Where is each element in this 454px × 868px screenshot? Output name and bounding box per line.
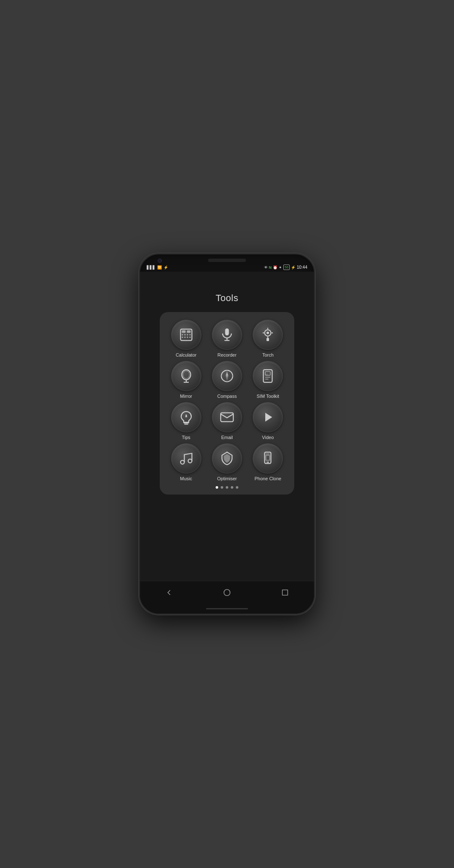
recorder-label: Recorder: [217, 352, 236, 357]
email-icon: [212, 402, 242, 432]
torch-icon: [253, 320, 283, 350]
svg-rect-6: [189, 334, 190, 336]
app-phone-clone[interactable]: Phone Clone: [248, 443, 288, 481]
phone-bottom: [140, 603, 314, 614]
status-right: 👁 N ⏰ ✦ 56 ⚡ 10:44: [264, 265, 307, 270]
optimiser-label: Optimiser: [217, 476, 237, 481]
usb-icon: ⚡: [164, 265, 168, 270]
calculator-icon: [171, 320, 201, 350]
app-email[interactable]: Email: [207, 402, 246, 440]
app-sim-toolkit[interactable]: 5G SIM Toolkit: [248, 361, 288, 399]
bottom-bar: [206, 608, 248, 609]
battery-indicator: 56: [283, 265, 290, 270]
music-label: Music: [180, 476, 192, 481]
wifi-icon: 🛜: [157, 265, 162, 270]
optimiser-icon: [212, 443, 242, 474]
folder-container: Calculator Recorder: [160, 312, 294, 495]
phone-clone-icon: [253, 443, 283, 474]
app-music[interactable]: Music: [166, 443, 206, 481]
battery-level: 56: [285, 265, 288, 269]
svg-text:5G: 5G: [265, 373, 268, 376]
video-icon: [253, 402, 283, 432]
eye-icon: 👁: [264, 265, 268, 270]
time-display: 10:44: [297, 265, 307, 270]
svg-rect-38: [221, 413, 233, 422]
bluetooth-icon: ✦: [279, 265, 282, 270]
app-recorder[interactable]: Recorder: [207, 320, 246, 357]
svg-rect-20: [267, 338, 269, 341]
recorder-icon: [212, 320, 242, 350]
app-tips[interactable]: Tips: [166, 402, 206, 440]
recents-button[interactable]: [277, 585, 293, 600]
app-torch[interactable]: Torch: [248, 320, 288, 357]
svg-rect-47: [282, 590, 288, 595]
compass-label: Compass: [217, 394, 237, 399]
app-video[interactable]: Video: [248, 402, 288, 440]
sim-toolkit-icon: 5G: [253, 361, 283, 391]
phone-clone-label: Phone Clone: [255, 476, 282, 481]
page-dot-2[interactable]: [221, 486, 223, 489]
home-button[interactable]: [219, 585, 235, 600]
page-title: Tools: [216, 293, 238, 304]
torch-label: Torch: [262, 352, 274, 357]
svg-rect-1: [182, 331, 185, 333]
sim-toolkit-label: SIM Toolkit: [257, 394, 280, 399]
svg-point-41: [188, 459, 192, 463]
status-bar: ▋▋▋ 🛜 ⚡ 👁 N ⏰ ✦ 56 ⚡ 10:44: [140, 264, 314, 272]
svg-rect-10: [189, 337, 190, 338]
compass-icon: [212, 361, 242, 391]
page-dot-4[interactable]: [231, 486, 233, 489]
volume-button[interactable]: [139, 339, 140, 360]
back-button[interactable]: [161, 585, 177, 600]
svg-rect-3: [182, 334, 183, 336]
power-button[interactable]: [314, 339, 315, 351]
music-icon: [171, 443, 201, 474]
mirror-icon: [171, 361, 201, 391]
signal-icon: ▋▋▋: [147, 265, 156, 270]
volume-down-button[interactable]: [314, 357, 315, 370]
apps-grid: Calculator Recorder: [166, 320, 288, 481]
svg-rect-8: [184, 337, 185, 338]
mirror-label: Mirror: [180, 394, 192, 399]
app-mirror[interactable]: Mirror: [166, 361, 206, 399]
svg-point-15: [267, 332, 269, 334]
tips-label: Tips: [182, 435, 190, 440]
svg-rect-7: [182, 337, 183, 338]
calculator-label: Calculator: [176, 352, 197, 357]
svg-rect-5: [187, 334, 188, 336]
svg-point-46: [224, 589, 230, 595]
app-compass[interactable]: Compass: [207, 361, 246, 399]
svg-rect-45: [266, 455, 270, 460]
n-icon: N: [269, 265, 272, 270]
alarm-icon: ⏰: [273, 265, 277, 270]
speaker-grille: [208, 259, 246, 262]
page-dot-1[interactable]: [216, 486, 218, 489]
page-dots: [166, 486, 288, 489]
page-dot-3[interactable]: [226, 486, 228, 489]
svg-rect-11: [225, 328, 229, 336]
app-calculator[interactable]: Calculator: [166, 320, 206, 357]
status-left: ▋▋▋ 🛜 ⚡: [147, 265, 168, 270]
svg-point-22: [183, 371, 189, 378]
svg-marker-39: [265, 413, 272, 422]
video-label: Video: [262, 435, 274, 440]
app-optimiser[interactable]: Optimiser: [207, 443, 246, 481]
svg-rect-2: [187, 331, 190, 333]
phone-frame: ▋▋▋ 🛜 ⚡ 👁 N ⏰ ✦ 56 ⚡ 10:44 Tools: [139, 253, 315, 615]
screen: Tools: [140, 272, 314, 581]
charging-icon: ⚡: [291, 265, 296, 270]
camera-dot: [158, 259, 162, 263]
tips-icon: [171, 402, 201, 432]
svg-rect-9: [187, 337, 188, 338]
svg-point-40: [180, 460, 184, 464]
email-label: Email: [221, 435, 233, 440]
page-dot-5[interactable]: [236, 486, 238, 489]
nav-bar: [140, 581, 314, 603]
svg-rect-4: [184, 334, 185, 336]
phone-top-bar: [140, 254, 314, 264]
